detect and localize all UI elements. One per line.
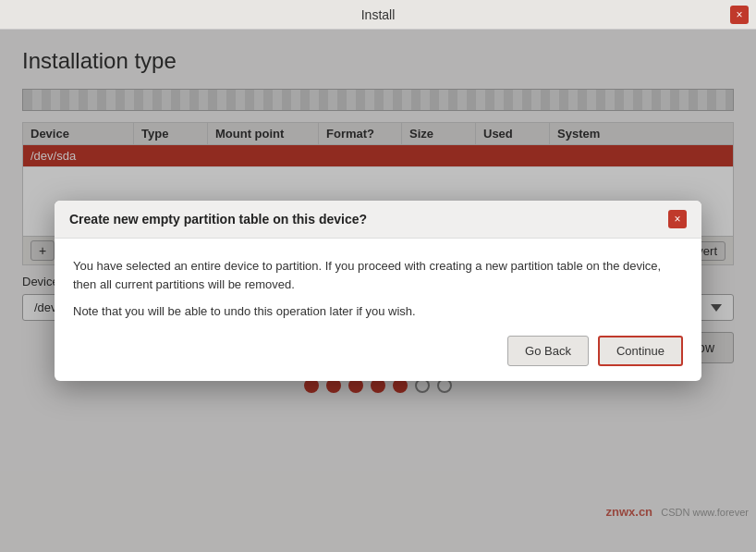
dialog-title-bar: Create new empty partition table on this… — [55, 201, 701, 239]
main-content: Installation type Device Type Mount poin… — [0, 30, 756, 552]
dialog: Create new empty partition table on this… — [55, 201, 701, 381]
continue-button[interactable]: Continue — [598, 336, 683, 366]
dialog-body-line1: You have selected an entire device to pa… — [73, 257, 683, 293]
main-window: Install × Installation type Device Type … — [0, 0, 756, 552]
dialog-body-line2: Note that you will be able to undo this … — [73, 302, 683, 321]
dialog-body: You have selected an entire device to pa… — [55, 239, 701, 336]
dialog-footer: Go Back Continue — [55, 336, 701, 381]
title-bar: Install × — [0, 0, 756, 30]
dialog-close-button[interactable]: × — [668, 210, 687, 228]
go-back-button[interactable]: Go Back — [507, 336, 589, 366]
dialog-overlay: Create new empty partition table on this… — [0, 30, 756, 552]
window-close-button[interactable]: × — [730, 6, 749, 24]
dialog-title: Create new empty partition table on this… — [69, 212, 367, 227]
window-title: Install — [361, 7, 396, 22]
